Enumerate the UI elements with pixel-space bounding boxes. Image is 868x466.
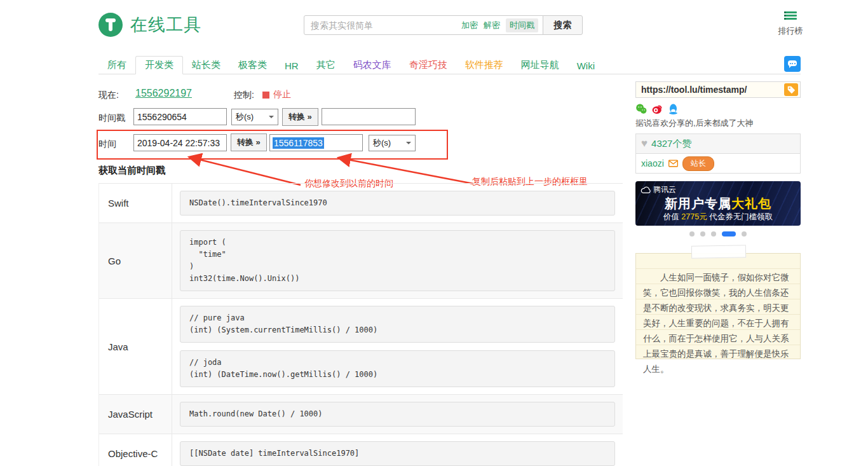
code-examples-table: Swift NSDate().timeIntervalSince1970 Go … (98, 183, 623, 466)
chat-bubble-icon (788, 60, 797, 66)
search-bar: 加密 解密 时间戳 搜索 (304, 15, 583, 35)
table-row-objective-c: Objective-C [[NSDate date] timeIntervalS… (99, 434, 623, 466)
table-row-swift: Swift NSDate().timeIntervalSince1970 (99, 184, 623, 223)
datetime-unit-value: 秒(s) (373, 137, 391, 149)
control-label: 控制: (234, 90, 254, 101)
carousel-dots (635, 231, 801, 236)
mail-icon[interactable] (668, 160, 678, 167)
search-box: 加密 解密 时间戳 (304, 15, 543, 35)
ranking-label: 排行榜 (776, 25, 804, 37)
timestamp-row-label: 时间戳 (98, 113, 125, 124)
like-box: ♥ 4327个赞 xiaozi 站长 (635, 134, 801, 174)
stop-label: 停止 (273, 89, 291, 100)
table-row-go: Go import ( "time" ) int32(time.Now().Un… (99, 223, 623, 299)
search-button[interactable]: 搜索 (543, 15, 583, 35)
ranking-entry[interactable]: 排行榜 (776, 11, 804, 37)
nav-tab-sites[interactable]: 网址导航 (512, 57, 568, 74)
chevron-down-icon (406, 142, 411, 147)
author-link[interactable]: xiaozi (641, 158, 664, 168)
nav-tab-all[interactable]: 所有 (98, 57, 135, 74)
search-tag-timestamp[interactable]: 时间戳 (506, 18, 538, 32)
time-row-label: 时间 (98, 139, 116, 150)
chevron-down-icon (269, 116, 274, 121)
lang-label: Java (99, 299, 172, 394)
code-block: Math.round(new Date() / 1000) (180, 402, 615, 427)
main-nav: 所有 开发类 站长类 极客类 HR 其它 码农文库 奇淫巧技 软件推荐 网址导航… (98, 55, 801, 74)
datetime-unit-select[interactable]: 秒(s) (369, 135, 416, 151)
tool-url-box[interactable]: https://tool.lu/timestamp/ (635, 81, 801, 98)
carousel-dot[interactable] (711, 231, 716, 236)
url-tag-button[interactable] (784, 83, 798, 96)
nav-tab-tricks[interactable]: 奇淫巧技 (400, 57, 456, 74)
carousel-dot-active[interactable] (722, 231, 736, 236)
heart-icon: ♥ (641, 137, 648, 150)
share-hint-text: 据说喜欢分享的,后来都成了大神 (635, 118, 754, 129)
carousel-dot[interactable] (742, 231, 747, 236)
lang-label: JavaScript (99, 395, 172, 434)
timestamp-unit-select[interactable]: 秒(s) (231, 109, 278, 125)
table-row-javascript: JavaScript Math.round(new Date() / 1000) (99, 395, 623, 434)
datetime-input[interactable] (133, 134, 227, 151)
lang-label: Go (99, 223, 172, 298)
table-row-java: Java // pure java (int) (System.currentT… (99, 299, 623, 395)
code-block: import ( "time" ) int32(time.Now().Unix(… (180, 230, 615, 291)
search-tag-decrypt[interactable]: 解密 (484, 20, 500, 31)
like-count: 4327个赞 (651, 138, 691, 150)
qq-share-icon[interactable] (667, 103, 679, 115)
ranking-list-icon (784, 11, 797, 22)
timestamp-result-input[interactable] (322, 108, 416, 125)
section-heading: 获取当前时间戳 (98, 165, 165, 177)
tag-icon (787, 85, 796, 94)
like-button[interactable]: ♥ 4327个赞 (636, 134, 800, 154)
sticky-note-text: 人生如同一面镜子，假如你对它微笑，它也回报你微笑，我的人生信条还是不断的改变现状… (643, 270, 793, 377)
timestamp-input[interactable] (133, 108, 227, 125)
code-block: // joda (int) (DateTime.now().getMillis(… (180, 350, 615, 387)
wechat-share-icon[interactable] (635, 103, 648, 115)
logo-hammer-icon (98, 13, 123, 37)
datetime-convert-button[interactable]: 转换 » (231, 134, 267, 151)
search-tags: 加密 解密 时间戳 (461, 16, 538, 34)
page: 在线工具 加密 解密 时间戳 搜索 排行榜 所有 开发类 站长类 极客类 HR … (0, 0, 868, 466)
nav-tab-other[interactable]: 其它 (308, 57, 344, 74)
timestamp-convert-button[interactable]: 转换 » (282, 108, 318, 126)
stop-square-icon (262, 92, 269, 99)
nav-tab-geek[interactable]: 极客类 (229, 57, 276, 74)
carousel-dot[interactable] (689, 231, 695, 236)
cloud-icon (641, 186, 651, 194)
current-timestamp-link[interactable]: 1556292197 (135, 88, 192, 99)
weibo-share-icon[interactable] (651, 103, 663, 115)
nav-tab-software[interactable]: 软件推荐 (456, 57, 512, 74)
nav-tab-hr[interactable]: HR (276, 58, 308, 74)
lang-label: Objective-C (99, 434, 172, 466)
site-logo[interactable]: 在线工具 (98, 13, 201, 37)
site-title: 在线工具 (130, 13, 201, 36)
feedback-chat-button[interactable] (784, 56, 801, 72)
sticky-note: 人生如同一面镜子，假如你对它微笑，它也回报你微笑，我的人生信条还是不断的改变现状… (635, 253, 801, 359)
now-label: 现在: (98, 90, 119, 101)
nav-tab-wiki[interactable]: Wiki (568, 58, 604, 74)
webmaster-badge: 站长 (682, 156, 714, 171)
ad-subline: 价值 2775元 代金券无门槛领取 (635, 212, 801, 223)
author-row: xiaozi 站长 (636, 154, 800, 173)
selected-result-text: 1556117853 (273, 137, 324, 149)
nav-tab-webmaster[interactable]: 站长类 (183, 57, 229, 74)
tool-url-text: https://tool.lu/timestamp/ (641, 85, 747, 95)
code-block: // pure java (int) (System.currentTimeMi… (180, 306, 615, 343)
ad-brand: 腾讯云 (641, 184, 676, 195)
nav-tab-docs[interactable]: 码农文库 (344, 57, 400, 74)
datetime-result-input[interactable]: 1556117853 (269, 134, 363, 151)
sticky-note-tape (691, 245, 746, 258)
share-icons (635, 103, 679, 115)
timestamp-unit-value: 秒(s) (236, 111, 254, 123)
nav-tab-dev[interactable]: 开发类 (135, 56, 183, 74)
lang-label: Swift (99, 184, 172, 223)
ad-headline: 新用户专属大礼包 (635, 195, 801, 212)
carousel-dot[interactable] (700, 231, 705, 236)
ad-brand-text: 腾讯云 (653, 184, 676, 195)
stop-button[interactable]: 停止 (262, 89, 291, 100)
ad-banner[interactable]: 腾讯云 新用户专属大礼包 价值 2775元 代金券无门槛领取 (635, 181, 801, 226)
code-block: [[NSDate date] timeIntervalSince1970] (180, 441, 615, 466)
search-tag-encrypt[interactable]: 加密 (461, 20, 478, 31)
code-block: NSDate().timeIntervalSince1970 (180, 191, 615, 216)
